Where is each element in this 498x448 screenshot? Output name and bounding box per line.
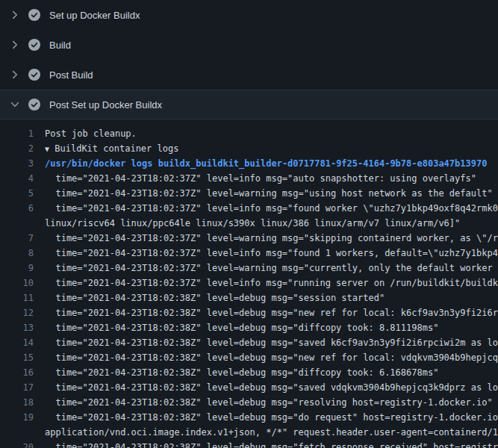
step-row-post-build[interactable]: Post Build [0,60,498,90]
step-label: Set up Docker Buildx [49,10,140,21]
log-row: 5time="2021-04-23T18:02:37Z" level=warni… [0,186,498,201]
line-number[interactable]: 5 [0,186,34,201]
step-label: Post Build [49,69,93,81]
line-number [0,216,34,231]
log-row: 3/usr/bin/docker logs buildx_buildkit_bu… [0,156,498,171]
line-number[interactable]: 14 [0,335,34,350]
check-circle-icon [28,9,40,21]
log-text: time="2021-04-23T18:02:38Z" level=debug … [34,350,498,365]
log-row: application/vnd.oci.image.index.v1+json,… [0,425,498,440]
workflow-log-panel: Set up Docker BuildxBuildPost BuildPost … [0,0,498,448]
line-number[interactable]: 19 [0,410,34,425]
line-number[interactable]: 16 [0,365,34,380]
log-text: time="2021-04-23T18:02:37Z" level=info m… [34,276,498,290]
log-row: 17time="2021-04-23T18:02:38Z" level=debu… [0,380,498,395]
log-text: time="2021-04-23T18:02:37Z" level=warnin… [34,186,493,201]
log-text: time="2021-04-23T18:02:37Z" level=info m… [34,246,498,261]
line-number[interactable]: 10 [0,276,34,290]
log-text: time="2021-04-23T18:02:37Z" level=info m… [34,171,476,186]
log-row: 7time="2021-04-23T18:02:37Z" level=warni… [0,231,498,246]
log-text: time="2021-04-23T18:02:37Z" level=info m… [34,201,498,216]
step-label: Post Set up Docker Buildx [49,99,162,111]
log-text: time="2021-04-23T18:02:38Z" level=debug … [34,440,498,448]
log-text: time="2021-04-23T18:02:38Z" level=debug … [34,305,498,320]
log-row: 4time="2021-04-23T18:02:37Z" level=info … [0,171,498,186]
log-row: 1Post job cleanup. [0,126,498,141]
chevron-right-icon [9,39,21,51]
check-circle-icon [28,39,40,51]
chevron-right-icon [9,69,21,81]
log-row: 14time="2021-04-23T18:02:38Z" level=debu… [0,335,498,350]
line-number[interactable]: 18 [0,395,34,410]
log-row: 16time="2021-04-23T18:02:38Z" level=debu… [0,365,498,380]
line-number[interactable]: 2 [0,141,34,156]
log-text: time="2021-04-23T18:02:38Z" level=debug … [34,320,438,335]
steps-list: Set up Docker BuildxBuildPost BuildPost … [0,0,498,119]
log-text: Post job cleanup. [34,126,137,141]
line-number[interactable]: 3 [0,156,34,171]
log-text: time="2021-04-23T18:02:37Z" level=warnin… [34,261,498,276]
log-text: linux/riscv64 linux/ppc64le linux/s390x … [34,216,460,231]
chevron-right-icon [9,9,21,21]
check-circle-icon [28,99,40,111]
log-text: time="2021-04-23T18:02:38Z" level=debug … [34,290,385,305]
chevron-down-icon [9,99,21,111]
log-group-row[interactable]: 2▼ BuildKit container logs [0,141,498,156]
line-number[interactable]: 7 [0,231,34,246]
log-text: time="2021-04-23T18:02:38Z" level=debug … [34,395,493,410]
line-number[interactable]: 1 [0,126,34,141]
line-number[interactable]: 13 [0,320,34,335]
log-text: time="2021-04-23T18:02:38Z" level=debug … [34,380,498,395]
line-number [0,425,34,440]
step-row-post-set-up-docker-buildx[interactable]: Post Set up Docker Buildx [0,90,498,119]
line-number[interactable]: 8 [0,246,34,261]
log-row: 13time="2021-04-23T18:02:38Z" level=debu… [0,320,498,335]
log-text: time="2021-04-23T18:02:38Z" level=debug … [34,365,438,380]
group-title: ▼ BuildKit container logs [34,141,178,156]
line-number[interactable]: 17 [0,380,34,395]
log-text: application/vnd.oci.image.index.v1+json,… [34,425,498,440]
log-row: 8time="2021-04-23T18:02:37Z" level=info … [0,246,498,261]
line-number[interactable]: 6 [0,201,34,216]
line-number[interactable]: 15 [0,350,34,365]
line-number[interactable]: 11 [0,290,34,305]
log-row: linux/riscv64 linux/ppc64le linux/s390x … [0,216,498,231]
line-number[interactable]: 20 [0,440,34,448]
command-text: /usr/bin/docker logs buildx_buildkit_bui… [34,156,487,171]
log-text: time="2021-04-23T18:02:37Z" level=warnin… [34,231,498,246]
log-row: 11time="2021-04-23T18:02:38Z" level=debu… [0,290,498,305]
step-row-set-up-docker-buildx[interactable]: Set up Docker Buildx [0,0,498,30]
log-row: 18time="2021-04-23T18:02:38Z" level=debu… [0,395,498,410]
log-text: time="2021-04-23T18:02:38Z" level=debug … [34,335,498,350]
log-row: 10time="2021-04-23T18:02:37Z" level=info… [0,276,498,290]
group-caret-down-icon: ▼ [45,145,49,153]
log-row: 19time="2021-04-23T18:02:38Z" level=debu… [0,410,498,425]
line-number[interactable]: 12 [0,305,34,320]
log-row: 9time="2021-04-23T18:02:37Z" level=warni… [0,261,498,276]
log-row: 20time="2021-04-23T18:02:38Z" level=debu… [0,440,498,448]
step-label: Build [49,40,71,51]
log-row: 12time="2021-04-23T18:02:38Z" level=debu… [0,305,498,320]
log-text: time="2021-04-23T18:02:38Z" level=debug … [34,410,498,425]
step-row-build[interactable]: Build [0,30,498,60]
line-number[interactable]: 9 [0,261,34,276]
line-number[interactable]: 4 [0,171,34,186]
log-row: 15time="2021-04-23T18:02:38Z" level=debu… [0,350,498,365]
log-row: 6time="2021-04-23T18:02:37Z" level=info … [0,201,498,216]
log-lines[interactable]: 1Post job cleanup.2▼ BuildKit container … [0,119,498,448]
check-circle-icon [28,69,40,81]
